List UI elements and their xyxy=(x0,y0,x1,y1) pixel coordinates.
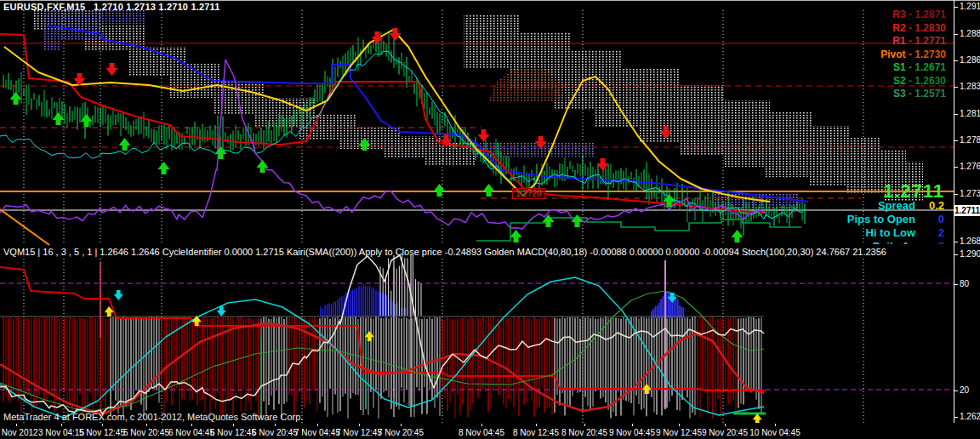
pivot-level-value: - 1.2730 xyxy=(906,48,946,60)
time-axis-tick xyxy=(536,424,537,426)
watermark: MetaTrader 4 at FOREX.com, c 2001-2012, … xyxy=(3,412,303,422)
indicator-header: VQM15 | 16 , 3 , 5 , 1 | 1.2646 1.2646 C… xyxy=(3,247,948,257)
time-axis-tick xyxy=(191,424,192,426)
pivot-legend-row: S2 - 1.2630 xyxy=(893,75,946,87)
up-arrow-signal xyxy=(434,184,446,197)
axis-tick xyxy=(954,242,958,242)
axis-tick xyxy=(954,417,958,418)
up-arrow-signal xyxy=(510,230,522,242)
series-channel-green xyxy=(476,218,801,241)
price-axis-label: 1.2810 xyxy=(960,109,980,118)
time-axis-tick xyxy=(584,424,585,426)
ichimoku-cloud xyxy=(476,143,595,157)
price-axis-label: 1.2685 xyxy=(960,237,980,246)
time-axis-label: 6 Nov 04:45 xyxy=(168,428,214,437)
time-axis-tick xyxy=(146,424,147,426)
price-axis-label: 1.2629 xyxy=(960,412,980,421)
price-axis-label: 1.2902 xyxy=(960,249,980,259)
mt4-terminal: EURUSD.FXF,M15 1.2710 1.2713 1.2710 1.27… xyxy=(0,0,980,439)
time-axis-label: 7 Nov 20:45 xyxy=(378,428,424,437)
chart-canvas[interactable] xyxy=(0,0,954,423)
main-price-pane[interactable] xyxy=(0,10,954,245)
indicator-pane[interactable] xyxy=(0,255,954,423)
pivot-level-name: R3 xyxy=(892,9,905,20)
time-axis-tick xyxy=(233,424,234,426)
axis-tick xyxy=(954,167,958,168)
price-axis-label: 1.2860 xyxy=(960,55,980,65)
time-axis-tick xyxy=(775,424,776,426)
up-arrow-signal xyxy=(10,92,22,105)
pivot-legend-row: R3 - 1.2871 xyxy=(892,9,946,20)
ohlc-label: 1.2710 1.2713 1.2710 1.2711 xyxy=(94,2,220,12)
price-axis-label: 1.2835 xyxy=(960,82,980,91)
series-trend-orange-diag xyxy=(0,209,49,245)
time-axis-tick xyxy=(401,424,402,426)
time-axis-tick xyxy=(725,424,726,426)
pivot-level-name: R2 xyxy=(892,22,905,34)
pivot-level-name: Pivot xyxy=(880,48,905,60)
pivot-legend-row: Pivot - 1.2730 xyxy=(880,48,946,60)
up-arrow-signal xyxy=(732,230,744,242)
down-arrow-signal xyxy=(597,158,609,171)
pivot-level-value: - 1.2830 xyxy=(906,22,946,34)
axis-tick xyxy=(954,140,958,141)
axis-tick xyxy=(954,60,958,61)
symbol-label: EURUSD.FXF,M15 xyxy=(3,2,85,12)
up-arrow-signal xyxy=(753,413,762,423)
time-axis-label: 8 Nov 04:45 xyxy=(459,428,504,437)
time-axis-label: 8 Nov 12:45 xyxy=(513,428,559,437)
time-axis-tick xyxy=(481,424,482,426)
axis-tick xyxy=(954,194,958,195)
pivot-level-name: S2 xyxy=(893,75,906,87)
price-axis-label: 1.2910 xyxy=(960,2,980,11)
pivot-level-name: R1 xyxy=(892,35,905,47)
pivot-level-value: - 1.2671 xyxy=(906,61,946,73)
axis-tick xyxy=(954,114,958,115)
down-arrow-signal xyxy=(106,63,118,76)
axis-tick xyxy=(954,87,958,88)
up-arrow-signal xyxy=(119,138,131,151)
time-axis-tick xyxy=(16,424,17,426)
time-axis-label: 9 Nov 04:45 xyxy=(609,428,655,437)
current-price-tag: 1.2711 xyxy=(954,205,980,216)
pivot-level-value: - 1.2871 xyxy=(906,9,946,20)
time-axis-border xyxy=(0,0,980,1)
price-axis-label: 1.2760 xyxy=(960,162,980,171)
pivot-legend-row: R1 - 1.2771 xyxy=(892,35,946,47)
price-axis-label: 1.2735 xyxy=(960,189,980,198)
up-arrow-signal xyxy=(158,162,170,174)
time-axis-label: 6 Nov 12:45 xyxy=(210,428,256,437)
up-arrow-signal xyxy=(215,146,227,159)
axis-tick xyxy=(954,391,958,391)
time-axis-label: 9 Nov 20:45 xyxy=(702,428,748,437)
time-axis-label: 5 Nov 12:45 xyxy=(79,428,125,437)
up-arrow-signal xyxy=(642,384,652,394)
time-axis-tick xyxy=(359,424,360,426)
time-axis-tick xyxy=(275,424,276,426)
pivot-level-value: - 1.2571 xyxy=(906,88,946,100)
up-arrow-signal xyxy=(257,160,269,173)
time-axis-label: 2 Nov 2012 xyxy=(0,428,38,437)
time-axis-label: 7 Nov 04:45 xyxy=(294,428,340,437)
time-axis[interactable]: 2 Nov 20123 Nov 04:155 Nov 12:455 Nov 20… xyxy=(0,424,980,439)
time-axis-tick xyxy=(61,424,62,426)
axis-tick xyxy=(954,34,958,35)
pivot-legend-row: R2 - 1.2830 xyxy=(892,22,946,34)
axis-tick xyxy=(954,7,958,8)
pivot-level-name: S1 xyxy=(893,61,906,73)
time-axis-label: 5 Nov 20:45 xyxy=(123,428,169,437)
axis-tick xyxy=(954,254,958,255)
symbol-ohlc-label: EURUSD.FXF,M15 1.2710 1.2713 1.2710 1.27… xyxy=(3,2,220,12)
down-arrow-signal xyxy=(114,290,123,300)
time-axis-tick xyxy=(317,424,318,426)
time-axis-tick xyxy=(102,424,103,426)
time-axis-label: 10 Nov 04:45 xyxy=(749,428,801,437)
pivot-level-value: - 1.2771 xyxy=(906,35,946,47)
pivot-level-name: S3 xyxy=(893,88,906,100)
price-axis-label: 20 xyxy=(960,385,969,395)
axis-tick xyxy=(954,284,958,285)
price-label-box: 1.2720 xyxy=(512,188,545,199)
up-arrow-signal xyxy=(483,184,495,197)
price-axis-label: 1.2885 xyxy=(960,29,980,38)
time-axis-label: 6 Nov 20:45 xyxy=(252,428,298,437)
